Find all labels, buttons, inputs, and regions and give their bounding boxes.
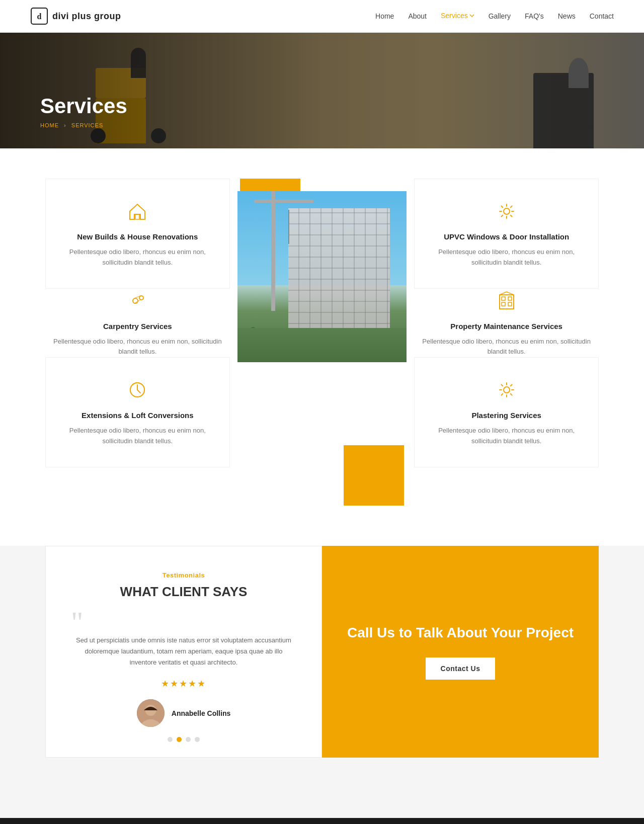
logo-text: divi plus group: [52, 11, 121, 22]
dot-1[interactable]: [168, 737, 173, 742]
service-desc-extensions: Pellentesque odio libero, rhoncus eu eni…: [61, 426, 214, 447]
dot-3[interactable]: [186, 737, 191, 742]
nav-news[interactable]: News: [558, 12, 576, 20]
testimonials-cta-section: Testimonials WHAT CLIENT SAYS " Sed ut p…: [0, 546, 644, 818]
hero-section: Services HOME › SERVICES: [0, 33, 644, 148]
page-title: Services: [40, 94, 127, 118]
gear-icon: [495, 199, 519, 223]
services-right-column: UPVC Windows & Door Installation Pellent…: [414, 179, 599, 506]
image-wrapper: [230, 179, 415, 506]
cogs-icon: [125, 289, 149, 313]
dot-4[interactable]: [195, 737, 200, 742]
construction-photo: [237, 191, 407, 362]
service-title-property: Property Maintenance Services: [450, 322, 562, 331]
service-desc-carpentry: Pellentesque odio libero, rhoncus eu eni…: [45, 337, 230, 358]
service-title-extensions: Extensions & Loft Conversions: [61, 411, 214, 420]
house-icon: [125, 199, 149, 223]
services-grid: New Builds & House Renovations Pellentes…: [45, 179, 599, 506]
nav-services[interactable]: Services: [441, 12, 474, 20]
cta-title: Call Us to Talk About Your Project: [347, 624, 574, 642]
service-card-new-builds: New Builds & House Renovations Pellentes…: [45, 179, 230, 289]
quote-mark: ": [71, 615, 296, 630]
dot-2[interactable]: [177, 737, 182, 742]
service-desc-property: Pellentesque odio libero, rhoncus eu eni…: [414, 337, 599, 358]
service-desc-upvc: Pellentesque odio libero, rhoncus eu eni…: [430, 247, 583, 268]
reviewer: Annabelle Collins: [71, 699, 296, 727]
avatar: [137, 699, 165, 727]
svg-text:d: d: [37, 12, 42, 21]
service-card-property: Property Maintenance Services Pellentesq…: [414, 289, 599, 358]
services-left-column: New Builds & House Renovations Pellentes…: [45, 179, 230, 506]
yellow-accent-bottom: [344, 445, 404, 506]
testimonials-card: Testimonials WHAT CLIENT SAYS " Sed ut p…: [45, 546, 322, 758]
carousel-dots: [71, 737, 296, 742]
svg-rect-9: [502, 297, 505, 300]
service-card-extensions: Extensions & Loft Conversions Pellentesq…: [45, 357, 230, 467]
testimonials-quote: Sed ut perspiciatis unde omnis iste natu…: [71, 635, 296, 668]
reviewer-name: Annabelle Collins: [172, 709, 230, 717]
service-desc-new-builds: Pellentesque odio libero, rhoncus eu eni…: [61, 247, 214, 268]
testimonials-label: Testimonials: [71, 571, 296, 579]
service-title-carpentry: Carpentry Services: [103, 322, 172, 331]
contact-us-button[interactable]: Contact Us: [426, 657, 496, 680]
testimonials-title: WHAT CLIENT SAYS: [71, 584, 296, 600]
svg-point-15: [504, 387, 510, 393]
svg-rect-11: [502, 302, 505, 306]
chevron-down-icon: [469, 14, 474, 17]
service-card-plastering: Plastering Services Pellentesque odio li…: [414, 357, 599, 467]
service-card-carpentry: Carpentry Services Pellentesque odio lib…: [45, 289, 230, 358]
navigation: d divi plus group Home About Services Ga…: [0, 0, 644, 33]
cta-card: Call Us to Talk About Your Project Conta…: [322, 546, 599, 758]
svg-point-4: [139, 296, 143, 300]
service-title-upvc: UPVC Windows & Door Installation: [430, 232, 583, 241]
nav-about[interactable]: About: [408, 12, 427, 20]
service-title-plastering: Plastering Services: [430, 411, 583, 420]
svg-rect-12: [508, 302, 512, 306]
breadcrumb: HOME › SERVICES: [40, 122, 127, 128]
logo[interactable]: d divi plus group: [30, 7, 121, 25]
nav-contact[interactable]: Contact: [590, 12, 614, 20]
hero-content: Services HOME › SERVICES: [40, 94, 127, 128]
service-card-upvc: UPVC Windows & Door Installation Pellent…: [414, 179, 599, 289]
nav-home[interactable]: Home: [375, 12, 394, 20]
service-title-new-builds: New Builds & House Renovations: [61, 232, 214, 241]
nav-links: Home About Services Gallery FAQ's News C…: [375, 12, 614, 21]
service-desc-plastering: Pellentesque odio libero, rhoncus eu eni…: [430, 426, 583, 447]
star-rating: ★★★★★: [71, 678, 296, 689]
clock-icon: [125, 378, 149, 402]
services-section: New Builds & House Renovations Pellentes…: [0, 148, 644, 536]
svg-rect-2: [135, 214, 139, 219]
nav-gallery[interactable]: Gallery: [489, 12, 511, 20]
svg-point-7: [504, 208, 510, 214]
service-middle-image: [230, 179, 415, 506]
svg-rect-10: [508, 297, 512, 300]
testimonials-cta-grid: Testimonials WHAT CLIENT SAYS " Sed ut p…: [45, 546, 599, 758]
gear2-icon: [495, 378, 519, 402]
logo-icon: d: [30, 7, 48, 25]
footer: DIVI PLUS GROUP VIEW PROPERTIES LATEST P…: [0, 818, 644, 824]
hero-overlay: [0, 33, 644, 148]
nav-faqs[interactable]: FAQ's: [525, 12, 544, 20]
building-icon: [495, 289, 519, 313]
